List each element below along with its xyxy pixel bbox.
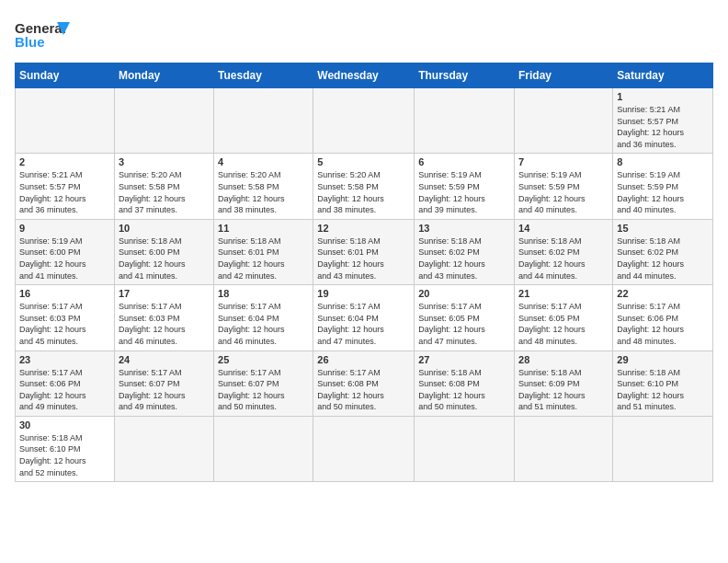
calendar-cell — [415, 416, 515, 481]
day-info: Sunrise: 5:17 AM Sunset: 6:03 PM Dayligh… — [119, 301, 210, 347]
weekday-header-saturday: Saturday — [613, 63, 713, 88]
day-info: Sunrise: 5:17 AM Sunset: 6:05 PM Dayligh… — [518, 301, 609, 347]
day-number: 30 — [19, 419, 110, 431]
day-info: Sunrise: 5:19 AM Sunset: 6:00 PM Dayligh… — [19, 236, 110, 282]
calendar-week-4: 16Sunrise: 5:17 AM Sunset: 6:03 PM Dayli… — [16, 285, 713, 350]
day-number: 2 — [19, 156, 110, 167]
calendar-cell — [214, 416, 313, 481]
calendar-cell: 11Sunrise: 5:18 AM Sunset: 6:01 PM Dayli… — [214, 219, 313, 284]
calendar-cell — [313, 416, 415, 481]
calendar-cell: 14Sunrise: 5:18 AM Sunset: 6:02 PM Dayli… — [515, 219, 613, 284]
svg-text:Blue: Blue — [15, 34, 45, 50]
day-info: Sunrise: 5:17 AM Sunset: 6:07 PM Dayligh… — [119, 367, 210, 413]
day-number: 5 — [317, 156, 410, 167]
weekday-header-friday: Friday — [515, 63, 613, 88]
day-info: Sunrise: 5:18 AM Sunset: 6:01 PM Dayligh… — [218, 236, 309, 282]
calendar-cell — [114, 416, 213, 481]
day-number: 3 — [119, 156, 210, 167]
day-info: Sunrise: 5:20 AM Sunset: 5:58 PM Dayligh… — [317, 169, 410, 215]
day-number: 25 — [218, 354, 309, 365]
calendar-cell — [415, 88, 515, 154]
day-info: Sunrise: 5:17 AM Sunset: 6:06 PM Dayligh… — [19, 367, 110, 413]
calendar-cell — [613, 416, 713, 481]
day-number: 1 — [617, 91, 709, 102]
day-info: Sunrise: 5:18 AM Sunset: 6:01 PM Dayligh… — [317, 236, 410, 282]
calendar-cell — [313, 88, 415, 154]
day-number: 21 — [518, 288, 609, 299]
day-number: 12 — [317, 223, 410, 234]
calendar-cell: 17Sunrise: 5:17 AM Sunset: 6:03 PM Dayli… — [114, 285, 213, 350]
logo-icon: General Blue — [15, 15, 70, 52]
day-number: 11 — [218, 223, 309, 234]
calendar-cell: 20Sunrise: 5:17 AM Sunset: 6:05 PM Dayli… — [415, 285, 515, 350]
weekday-header-sunday: Sunday — [16, 63, 115, 88]
logo: General Blue — [15, 15, 70, 52]
day-info: Sunrise: 5:17 AM Sunset: 6:06 PM Dayligh… — [617, 301, 709, 347]
day-number: 8 — [617, 156, 709, 167]
calendar-cell: 3Sunrise: 5:20 AM Sunset: 5:58 PM Daylig… — [114, 154, 213, 219]
day-info: Sunrise: 5:18 AM Sunset: 6:02 PM Dayligh… — [617, 236, 709, 282]
calendar-cell: 25Sunrise: 5:17 AM Sunset: 6:07 PM Dayli… — [214, 350, 313, 416]
day-info: Sunrise: 5:21 AM Sunset: 5:57 PM Dayligh… — [617, 104, 709, 150]
calendar-cell: 16Sunrise: 5:17 AM Sunset: 6:03 PM Dayli… — [16, 285, 115, 350]
day-number: 22 — [617, 288, 709, 299]
calendar-week-6: 30Sunrise: 5:18 AM Sunset: 6:10 PM Dayli… — [16, 416, 713, 481]
day-number: 6 — [418, 156, 510, 167]
day-info: Sunrise: 5:20 AM Sunset: 5:58 PM Dayligh… — [218, 169, 309, 215]
day-info: Sunrise: 5:19 AM Sunset: 5:59 PM Dayligh… — [617, 169, 709, 215]
calendar-cell: 13Sunrise: 5:18 AM Sunset: 6:02 PM Dayli… — [415, 219, 515, 284]
day-info: Sunrise: 5:18 AM Sunset: 6:08 PM Dayligh… — [418, 367, 510, 413]
weekday-row: SundayMondayTuesdayWednesdayThursdayFrid… — [16, 63, 713, 88]
calendar-cell: 30Sunrise: 5:18 AM Sunset: 6:10 PM Dayli… — [16, 416, 115, 481]
calendar-cell: 15Sunrise: 5:18 AM Sunset: 6:02 PM Dayli… — [613, 219, 713, 284]
calendar-week-3: 9Sunrise: 5:19 AM Sunset: 6:00 PM Daylig… — [16, 219, 713, 284]
calendar-body: 1Sunrise: 5:21 AM Sunset: 5:57 PM Daylig… — [16, 88, 713, 482]
day-info: Sunrise: 5:17 AM Sunset: 6:08 PM Dayligh… — [317, 367, 410, 413]
day-number: 26 — [317, 354, 410, 365]
day-info: Sunrise: 5:21 AM Sunset: 5:57 PM Dayligh… — [19, 169, 110, 215]
day-number: 14 — [518, 223, 609, 234]
calendar-cell: 8Sunrise: 5:19 AM Sunset: 5:59 PM Daylig… — [613, 154, 713, 219]
calendar-cell: 12Sunrise: 5:18 AM Sunset: 6:01 PM Dayli… — [313, 219, 415, 284]
day-info: Sunrise: 5:17 AM Sunset: 6:07 PM Dayligh… — [218, 367, 309, 413]
calendar-cell: 6Sunrise: 5:19 AM Sunset: 5:59 PM Daylig… — [415, 154, 515, 219]
calendar-cell: 19Sunrise: 5:17 AM Sunset: 6:04 PM Dayli… — [313, 285, 415, 350]
calendar-week-2: 2Sunrise: 5:21 AM Sunset: 5:57 PM Daylig… — [16, 154, 713, 219]
day-info: Sunrise: 5:17 AM Sunset: 6:05 PM Dayligh… — [418, 301, 510, 347]
calendar-cell: 27Sunrise: 5:18 AM Sunset: 6:08 PM Dayli… — [415, 350, 515, 416]
calendar-cell — [515, 88, 613, 154]
day-number: 15 — [617, 223, 709, 234]
calendar-cell — [16, 88, 115, 154]
day-number: 17 — [119, 288, 210, 299]
calendar-cell: 29Sunrise: 5:18 AM Sunset: 6:10 PM Dayli… — [613, 350, 713, 416]
calendar-cell: 5Sunrise: 5:20 AM Sunset: 5:58 PM Daylig… — [313, 154, 415, 219]
calendar-cell: 26Sunrise: 5:17 AM Sunset: 6:08 PM Dayli… — [313, 350, 415, 416]
day-number: 13 — [418, 223, 510, 234]
day-number: 16 — [19, 288, 110, 299]
day-number: 10 — [119, 223, 210, 234]
day-info: Sunrise: 5:19 AM Sunset: 5:59 PM Dayligh… — [418, 169, 510, 215]
day-number: 9 — [19, 223, 110, 234]
day-number: 29 — [617, 354, 709, 365]
calendar-cell: 21Sunrise: 5:17 AM Sunset: 6:05 PM Dayli… — [515, 285, 613, 350]
day-info: Sunrise: 5:18 AM Sunset: 6:10 PM Dayligh… — [617, 367, 709, 413]
day-number: 28 — [518, 354, 609, 365]
calendar-cell: 18Sunrise: 5:17 AM Sunset: 6:04 PM Dayli… — [214, 285, 313, 350]
calendar-table: SundayMondayTuesdayWednesdayThursdayFrid… — [15, 63, 713, 482]
day-info: Sunrise: 5:18 AM Sunset: 6:09 PM Dayligh… — [518, 367, 609, 413]
day-info: Sunrise: 5:20 AM Sunset: 5:58 PM Dayligh… — [119, 169, 210, 215]
calendar-cell — [515, 416, 613, 481]
day-number: 4 — [218, 156, 309, 167]
day-info: Sunrise: 5:19 AM Sunset: 5:59 PM Dayligh… — [518, 169, 609, 215]
day-number: 7 — [518, 156, 609, 167]
weekday-header-wednesday: Wednesday — [313, 63, 415, 88]
calendar-cell: 28Sunrise: 5:18 AM Sunset: 6:09 PM Dayli… — [515, 350, 613, 416]
calendar-cell: 7Sunrise: 5:19 AM Sunset: 5:59 PM Daylig… — [515, 154, 613, 219]
calendar-cell: 1Sunrise: 5:21 AM Sunset: 5:57 PM Daylig… — [613, 88, 713, 154]
day-info: Sunrise: 5:18 AM Sunset: 6:10 PM Dayligh… — [19, 432, 110, 478]
day-info: Sunrise: 5:17 AM Sunset: 6:04 PM Dayligh… — [218, 301, 309, 347]
calendar-cell — [214, 88, 313, 154]
day-info: Sunrise: 5:17 AM Sunset: 6:03 PM Dayligh… — [19, 301, 110, 347]
page-header: General Blue — [15, 15, 713, 52]
calendar-week-5: 23Sunrise: 5:17 AM Sunset: 6:06 PM Dayli… — [16, 350, 713, 416]
